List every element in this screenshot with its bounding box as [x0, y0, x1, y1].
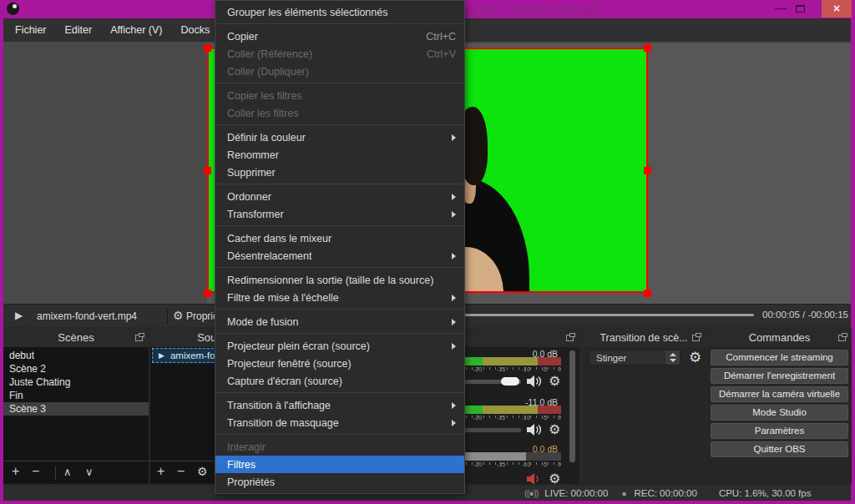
transition-selected-value: Stinger	[596, 353, 626, 363]
speaker-icon[interactable]	[526, 375, 543, 388]
dock-popout-icon[interactable]	[692, 335, 700, 341]
menu-item-blending-mode[interactable]: Mode de fusion	[215, 313, 464, 330]
menu-item-show-transition[interactable]: Transition à l'affichage	[215, 396, 464, 414]
transition-gear-icon[interactable]: ⚙	[689, 349, 701, 366]
menu-separator	[216, 333, 463, 334]
menu-item-deinterlacing[interactable]: Désentrelacement	[215, 247, 464, 265]
close-button[interactable]: ×	[822, 0, 852, 18]
dock-popout-icon[interactable]	[838, 335, 846, 341]
scene-item[interactable]: Scène 2	[3, 362, 149, 375]
menu-item-copy[interactable]: CopierCtrl+C	[215, 28, 464, 45]
scene-item-selected[interactable]: Scène 3	[3, 402, 149, 416]
controls-dock-title: Commandes	[707, 329, 852, 347]
minimize-button[interactable]: —	[772, 3, 789, 16]
channel-gear-icon[interactable]: ⚙	[549, 421, 560, 437]
menu-item-fullscreen-projector[interactable]: Projecteur plein écran (source)	[215, 337, 464, 355]
start-recording-button[interactable]: Démarrer l'enregistrement	[711, 368, 848, 384]
menu-item-paste-filters: Coller les filtres	[215, 104, 464, 122]
start-virtualcam-button[interactable]: Démarrer la caméra virtuelle	[711, 386, 848, 402]
move-scene-up-icon[interactable]: ∧	[63, 466, 72, 478]
broadcast-icon: ((●))	[524, 488, 538, 498]
resize-handle-bottom-left[interactable]	[204, 290, 211, 297]
scene-item[interactable]: debut	[3, 349, 149, 362]
channel-gear-icon[interactable]: ⚙	[549, 373, 560, 389]
menu-separator	[216, 23, 463, 24]
scene-item[interactable]: Fin	[3, 389, 149, 402]
record-dot-icon: ●	[621, 489, 626, 498]
remove-source-icon[interactable]: −	[177, 464, 185, 479]
submenu-arrow-icon	[452, 343, 456, 350]
menu-item-resize-output[interactable]: Redimensionner la sortie (taille de la s…	[215, 271, 464, 289]
menu-item-hide-in-mixer[interactable]: Cacher dans le mixeur	[215, 229, 464, 247]
resize-handle-top-left[interactable]	[204, 44, 211, 52]
toolbar-divider	[167, 308, 168, 325]
menu-editer[interactable]: Editer	[56, 18, 102, 42]
obs-window: s nom - Scènes: Sans nom — × Fichier Edi…	[0, 0, 855, 504]
menu-item-set-color[interactable]: Définir la couleur	[215, 129, 464, 146]
menu-fichier[interactable]: Fichier	[6, 18, 56, 42]
transition-select[interactable]: Stinger	[589, 350, 680, 365]
quit-obs-button[interactable]: Quitter OBS	[711, 441, 848, 457]
maximize-button[interactable]	[796, 5, 805, 13]
dock-popout-icon[interactable]	[135, 335, 143, 341]
menu-separator	[216, 392, 463, 393]
volume-slider-handle[interactable]	[501, 377, 519, 386]
add-source-icon[interactable]: +	[157, 464, 164, 479]
menu-item-properties[interactable]: Propriétés	[215, 473, 464, 491]
add-scene-icon[interactable]: +	[12, 464, 19, 479]
settings-button[interactable]: Paramètres	[711, 423, 848, 439]
menu-item-group[interactable]: Grouper les éléments sélectionnés	[215, 3, 464, 21]
menu-item-paste-reference: Coller (Référence)Ctrl+V	[215, 45, 464, 63]
mixer-scrollbar[interactable]	[569, 350, 575, 462]
menu-item-filters[interactable]: Filtres	[215, 456, 464, 473]
move-scene-down-icon[interactable]: ∨	[85, 466, 94, 478]
gear-icon[interactable]: ⚙	[173, 309, 184, 322]
menu-afficher[interactable]: Afficher (V)	[101, 18, 171, 42]
window-border-bottom	[0, 501, 855, 504]
menu-item-delete[interactable]: Supprimer	[215, 164, 464, 181]
speaker-icon[interactable]	[526, 423, 543, 436]
chevron-down-icon	[670, 359, 676, 362]
submenu-arrow-icon	[452, 194, 456, 200]
channel-gear-icon[interactable]: ⚙	[549, 471, 560, 484]
rec-time: REC: 00:00:00	[634, 488, 696, 498]
menu-item-scale-filtering[interactable]: Filtre de mise à l'échelle	[215, 289, 464, 306]
menu-docks[interactable]: Docks	[171, 18, 219, 42]
menu-shortcut: Ctrl+V	[427, 48, 456, 60]
remove-scene-icon[interactable]: −	[32, 464, 39, 479]
menu-separator	[216, 225, 463, 226]
toolbar-divider	[55, 466, 56, 480]
submenu-arrow-icon	[452, 253, 456, 260]
resize-handle-bottom-right[interactable]	[644, 290, 651, 297]
submenu-arrow-icon	[452, 295, 456, 301]
media-filename: amixem-fond-vert.mp4	[37, 310, 137, 322]
resize-handle-mid-right[interactable]	[644, 167, 651, 174]
resize-handle-mid-left[interactable]	[204, 167, 211, 174]
media-source-icon: ▶	[159, 351, 164, 360]
studio-mode-button[interactable]: Mode Studio	[711, 405, 848, 421]
submenu-arrow-icon	[452, 211, 456, 218]
submenu-arrow-icon	[452, 319, 456, 325]
menu-item-hide-transition[interactable]: Transition de masquage	[215, 414, 464, 431]
scenes-dock: Scènes debut Scène 2 Juste Chating Fin S…	[3, 329, 149, 484]
transition-spinner[interactable]	[665, 350, 680, 365]
menu-item-windowed-projector[interactable]: Projecteur fenêtré (source)	[215, 355, 464, 372]
menu-item-transform[interactable]: Transformer	[215, 205, 464, 223]
menu-separator	[216, 309, 463, 310]
menu-item-rename[interactable]: Renommer	[215, 146, 464, 164]
dock-popout-icon[interactable]	[566, 335, 574, 341]
menu-item-screenshot[interactable]: Capture d'écran (source)	[215, 372, 464, 390]
menu-item-order[interactable]: Ordonner	[215, 188, 464, 205]
submenu-arrow-icon	[452, 134, 456, 141]
source-context-menu: Grouper les éléments sélectionnés Copier…	[215, 0, 465, 494]
scenes-dock-title: Scènes	[3, 329, 149, 347]
chevron-up-icon	[670, 353, 676, 356]
scene-item[interactable]: Juste Chating	[3, 375, 149, 389]
resize-handle-top-right[interactable]	[644, 44, 651, 52]
scene-transition-dock: Transition de scè... Stinger ⚙	[582, 329, 706, 484]
start-streaming-button[interactable]: Commencer le streaming	[711, 350, 848, 365]
source-properties-gear-icon[interactable]: ⚙	[197, 465, 208, 478]
menu-separator	[216, 267, 463, 268]
speaker-muted-icon[interactable]	[526, 472, 543, 484]
play-icon[interactable]: ▶	[15, 310, 23, 321]
